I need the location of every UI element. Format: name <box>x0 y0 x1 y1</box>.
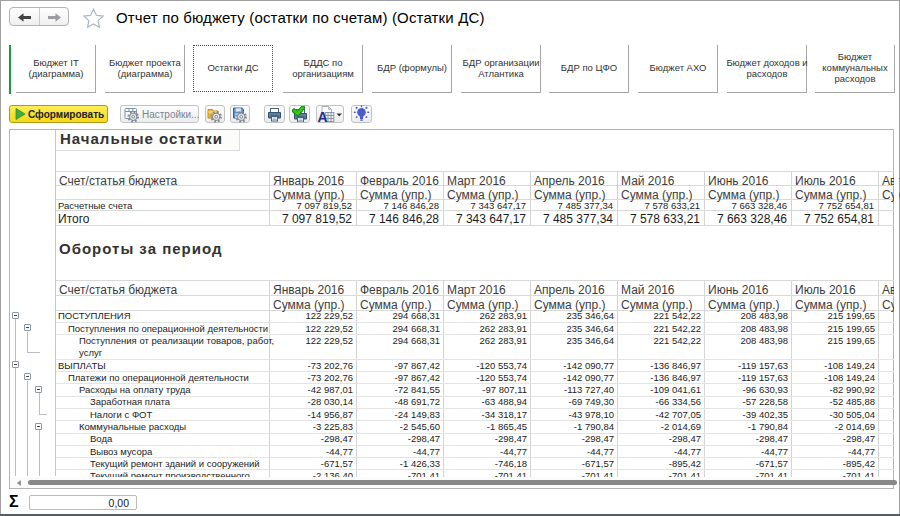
svg-text:A: A <box>318 108 328 123</box>
